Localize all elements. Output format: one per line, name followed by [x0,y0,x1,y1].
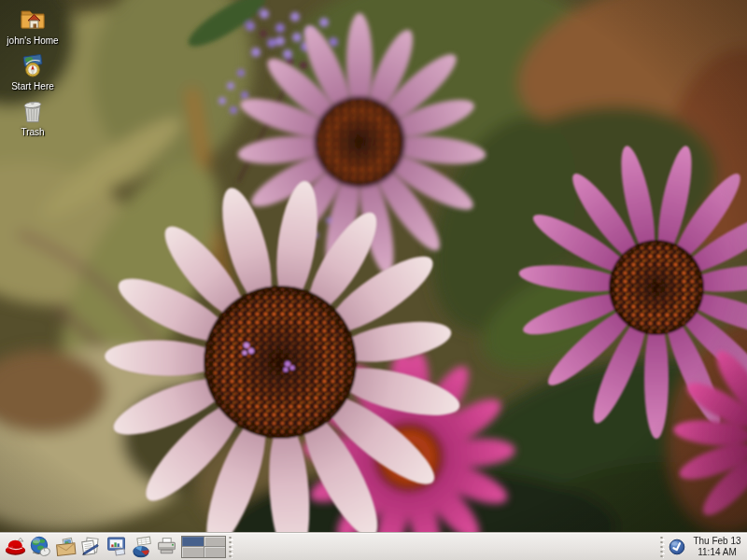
workspace-3[interactable] [182,547,204,557]
globe-mouse-icon [29,535,52,558]
desktop-icon-start-here[interactable]: Start Here [2,49,63,91]
clock-applet[interactable]: Thu Feb 13 11:14 AM [690,536,744,557]
workspace-1[interactable] [182,537,204,547]
printer-icon [155,535,178,558]
window-list-handle[interactable] [229,536,233,558]
clock-date: Thu Feb 13 [690,536,744,547]
update-check-icon [669,539,685,555]
presentation-launcher[interactable] [104,534,129,560]
desktop-icon-label: Trash [21,127,44,137]
desktop-icon-johns-home[interactable]: john's Home [2,3,63,46]
desktop-icon-trash[interactable]: Trash [2,94,63,137]
word-processor-launcher[interactable] [78,534,104,560]
email-launcher[interactable] [53,534,78,560]
pie-chart-sheet-icon [130,535,153,558]
desktop-icon-label: john's Home [7,35,58,46]
home-folder-icon [18,3,48,34]
envelope-icon [54,535,78,558]
start-here-compass-icon [19,49,47,79]
workspace-switcher [181,536,226,558]
spreadsheet-launcher[interactable] [129,534,154,560]
clock-time: 11:14 AM [690,547,744,558]
panel: Thu Feb 13 11:14 AM [0,532,747,560]
chart-slide-icon [105,535,128,558]
desktop-icon-label: Start Here [11,81,54,91]
trash-can-icon [19,94,47,125]
notification-area-handle[interactable] [660,536,665,558]
update-notification-button[interactable] [668,538,686,556]
web-browser-launcher[interactable] [28,534,53,560]
main-menu-button[interactable] [3,534,28,560]
red-hat-icon [4,535,27,558]
workspace-2[interactable] [204,537,226,547]
documents-pen-icon [79,535,103,558]
workspace-4[interactable] [204,547,226,557]
wallpaper-image [0,0,747,560]
print-manager-launcher[interactable] [154,534,179,560]
desktop-icon-column: john's Home Start Here [2,3,63,140]
desktop[interactable]: john's Home Start Here [0,0,747,560]
